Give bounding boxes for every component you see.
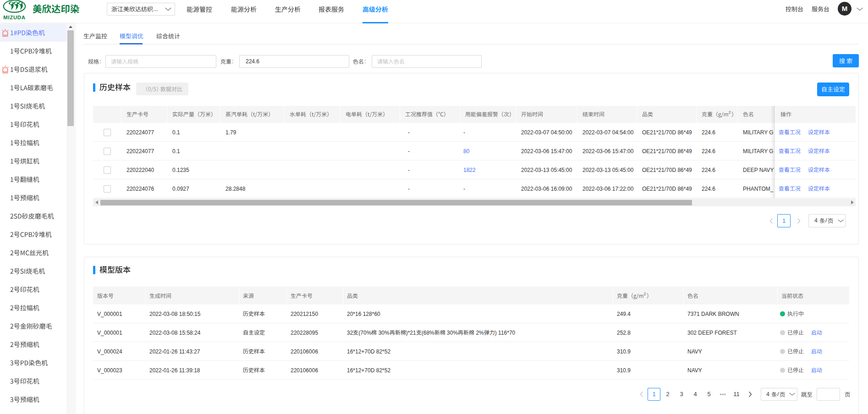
svg-text:MIZUDA: MIZUDA [3,15,25,20]
